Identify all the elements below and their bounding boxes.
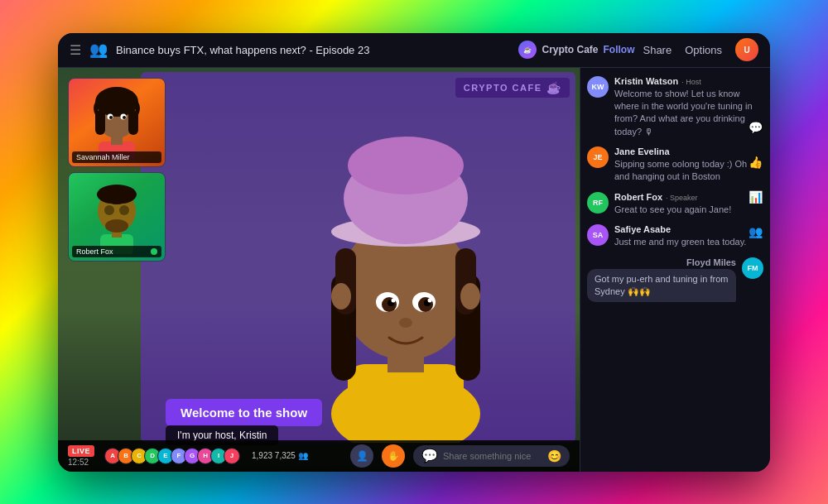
chat-message-kristin: KWKristin Watson· HostWelcome to show! L… [587, 76, 763, 139]
chat-body-floyd: Floyd MilesGot my pu-erh and tuning in f… [587, 257, 736, 303]
app-window: ☰ 👥 Binance buys FTX, what happens next?… [58, 33, 770, 472]
chat-avatar-kristin: KW [587, 76, 609, 98]
chat-avatar-safiye: SA [587, 224, 609, 246]
channel-avatar: ☕ [518, 41, 537, 59]
robert-figure [84, 180, 150, 254]
svg-point-18 [104, 205, 114, 215]
main-content: CRYPTO CAFE ☕ [58, 68, 770, 472]
comment-input-bar[interactable]: 💬 😊 [413, 445, 570, 467]
speaker-thumbnails: Savannah Miller [68, 78, 166, 262]
svg-point-19 [119, 205, 129, 215]
share-button[interactable]: Share [643, 44, 672, 56]
svg-rect-10 [111, 135, 123, 145]
svg-point-43 [331, 283, 351, 310]
audience-avatar: J [224, 448, 240, 464]
options-button[interactable]: Options [685, 44, 722, 56]
sidebar-icon-audience[interactable]: 👥 [744, 220, 767, 243]
comment-input[interactable] [443, 451, 542, 461]
sidebar-icon-analytics[interactable]: 📊 [744, 185, 767, 209]
top-bar-right: Share Options U [643, 38, 758, 61]
top-bar: ☰ 👥 Binance buys FTX, what happens next?… [58, 33, 770, 68]
channel-badge: ☕ Crypto Cafe Follow [518, 41, 634, 59]
live-badge: LIVE [68, 445, 94, 457]
sidebar-icons: 💬👍📊👥 [740, 109, 770, 250]
mic-indicator [151, 248, 157, 255]
speaker-thumb-savannah[interactable]: Savannah Miller [68, 78, 166, 167]
robert-name-tag: Robert Fox [72, 246, 161, 257]
chat-avatar-robert: RF [587, 192, 609, 214]
savannah-name: Savannah Miller [76, 153, 130, 161]
user-profile-button[interactable]: 👤 [350, 444, 373, 468]
chat-username-kristin: Kristin Watson· Host [614, 76, 763, 86]
caption-welcome: Welcome to the show [166, 399, 322, 426]
main-character-svg [290, 116, 522, 443]
svg-rect-3 [95, 110, 105, 135]
chat-text-floyd: Got my pu-erh and tuning in from Sydney … [587, 269, 736, 303]
chat-avatar-jane: JE [587, 146, 609, 168]
video-bottom-bar: LIVE 12:52 ABCDEFGHIJ 1,923 7,325 👥 👤 ✋ … [58, 440, 580, 472]
chat-username-floyd: Floyd Miles [686, 257, 736, 267]
svg-point-42 [399, 318, 412, 328]
show-title: Binance buys FTX, what happens next? - E… [116, 44, 510, 56]
svg-point-41 [428, 298, 432, 302]
svg-point-40 [392, 298, 396, 302]
sidebar-icon-reactions[interactable]: 👍 [744, 151, 767, 174]
menu-icon[interactable]: ☰ [70, 42, 81, 58]
chat-message-robert: RFRobert Fox· SpeakerGreat to see you ag… [587, 192, 763, 216]
raise-hand-button[interactable]: ✋ [382, 444, 405, 468]
message-icon: 💬 [421, 448, 438, 463]
chat-role-robert: · Speaker [666, 194, 698, 202]
follow-button[interactable]: Follow [603, 44, 634, 55]
svg-point-7 [109, 116, 113, 119]
live-time: 12:52 [68, 458, 89, 467]
svg-point-12 [97, 185, 137, 204]
user-avatar[interactable]: U [735, 38, 758, 61]
svg-point-29 [348, 137, 464, 194]
chat-message-jane: JEJane EvelinaSipping some oolong today … [587, 146, 763, 184]
svg-rect-24 [348, 364, 464, 430]
emoji-button[interactable]: 😊 [547, 449, 561, 463]
listener-count: 1,923 7,325 👥 [252, 451, 308, 460]
savannah-figure [84, 85, 150, 160]
svg-point-44 [460, 283, 480, 310]
audience-avatars: ABCDEFGHIJ [108, 448, 240, 464]
speaker-thumb-robert[interactable]: Robert Fox [68, 172, 166, 262]
chat-avatar-floyd: FM [742, 257, 763, 279]
audience-icon[interactable]: 👥 [89, 41, 108, 59]
sidebar-icon-chat[interactable]: 💬 [744, 116, 767, 139]
video-area: CRYPTO CAFE ☕ [58, 68, 580, 472]
svg-point-22 [105, 219, 128, 233]
chat-role-kristin: · Host [681, 78, 701, 86]
chat-message-safiye: SASafiye AsabeJust me and my green tea t… [587, 224, 763, 248]
bottom-controls: 👤 ✋ 💬 😊 [350, 444, 570, 468]
chat-sidebar: 💬👍📊👥 KWKristin Watson· HostWelcome to sh… [580, 68, 770, 472]
chat-message-floyd: FMFloyd MilesGot my pu-erh and tuning in… [587, 257, 763, 303]
savannah-name-tag: Savannah Miller [72, 151, 161, 163]
svg-rect-4 [128, 110, 138, 135]
main-stage-character [282, 68, 530, 443]
channel-name: Crypto Cafe [542, 44, 598, 55]
robert-name: Robert Fox [76, 247, 113, 256]
svg-point-8 [123, 116, 126, 119]
